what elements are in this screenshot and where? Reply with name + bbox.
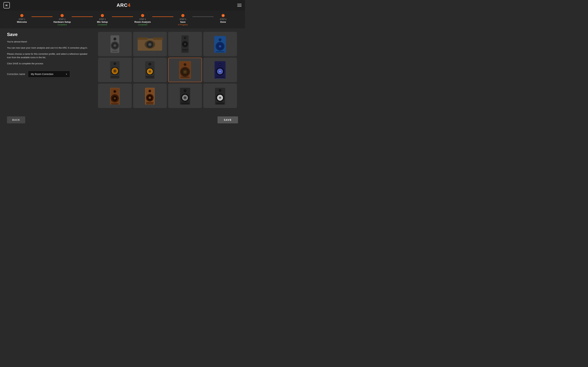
- step-4-number: STEP 4: [139, 18, 146, 20]
- svg-point-1: [113, 37, 116, 40]
- logo-text: IK: [6, 4, 8, 7]
- svg-rect-65: [216, 78, 224, 78]
- step-5-dot: [181, 14, 184, 17]
- step-4-dot: [141, 14, 144, 17]
- chevron-down-icon: ▾: [66, 73, 67, 75]
- step-2-info: STEP 2 Hardware Setup Completed: [52, 18, 72, 26]
- svg-point-59: [219, 64, 221, 65]
- connector-3-4: [112, 17, 133, 17]
- step-1: STEP 1 Welcome: [12, 14, 32, 24]
- step-3-info: STEP 3 Mic Setup Completed: [93, 18, 112, 26]
- save-para2: You can now save your room analysis and …: [7, 46, 91, 50]
- svg-rect-21: [182, 49, 188, 50]
- svg-point-69: [114, 91, 116, 92]
- svg-rect-46: [146, 76, 154, 77]
- step-6: STEP 6 Done: [214, 14, 233, 24]
- step-4: STEP 4 Room Analysis Completed: [133, 14, 152, 26]
- step-2-status: Completed: [57, 24, 67, 26]
- step-1-label: Welcome: [17, 21, 27, 23]
- speaker-card-9[interactable]: [98, 83, 132, 108]
- step-2-number: STEP 2: [59, 18, 65, 20]
- svg-rect-92: [181, 103, 189, 103]
- save-button[interactable]: SAVE: [217, 117, 238, 123]
- main-content: Save You're almost there! You can now sa…: [0, 28, 245, 111]
- svg-rect-74: [111, 103, 119, 104]
- correction-row: Correction name My Room Correction ▾: [7, 71, 91, 77]
- svg-point-87: [184, 90, 186, 92]
- step-3-dot: [101, 14, 104, 17]
- save-para3: Please choose a name for this correction…: [7, 52, 91, 60]
- speaker-card-11[interactable]: [168, 83, 202, 108]
- svg-rect-101: [216, 103, 224, 103]
- correction-label: Correction name: [7, 73, 25, 75]
- speaker-card-12[interactable]: [203, 83, 237, 108]
- step-2: STEP 2 Hardware Setup Completed: [52, 14, 72, 26]
- step-2-dot: [61, 14, 64, 17]
- step-6-info: STEP 6 Done: [214, 18, 233, 24]
- svg-rect-93: [181, 104, 189, 104]
- svg-rect-22: [182, 51, 188, 51]
- step-5-info: STEP 5 Save In Progress: [173, 18, 192, 26]
- svg-point-32: [114, 63, 115, 64]
- step-6-dot: [222, 14, 225, 17]
- step-6-number: STEP 6: [220, 18, 226, 20]
- speaker-card-8[interactable]: [203, 58, 237, 82]
- speaker-card-6[interactable]: [133, 58, 167, 82]
- svg-point-100: [219, 97, 221, 98]
- step-3-label: Mic Setup: [97, 21, 108, 23]
- connector-4-5: [152, 17, 173, 17]
- svg-point-24: [219, 38, 222, 41]
- speaker-card-1[interactable]: [98, 32, 132, 56]
- step-5-status: In Progress: [178, 24, 188, 26]
- svg-point-63: [219, 71, 221, 72]
- step-5-number: STEP 5: [180, 18, 186, 20]
- step-4-status: Completed: [138, 24, 147, 26]
- step-4-info: STEP 4 Room Analysis Completed: [133, 18, 152, 26]
- step-4-label: Room Analysis: [134, 21, 151, 23]
- svg-rect-29: [216, 51, 225, 52]
- speaker-card-5[interactable]: [98, 58, 132, 82]
- connector-1-2: [32, 17, 52, 17]
- svg-rect-12: [137, 37, 148, 40]
- svg-rect-83: [146, 102, 154, 103]
- speaker-card-7[interactable]: [168, 58, 202, 82]
- svg-point-28: [219, 46, 221, 47]
- correction-name-select[interactable]: My Room Correction ▾: [28, 71, 70, 77]
- speaker-card-2[interactable]: [133, 32, 167, 56]
- svg-point-91: [184, 97, 186, 98]
- correction-value: My Room Correction: [31, 73, 53, 75]
- step-6-label: Done: [220, 21, 226, 23]
- progress-bar: STEP 1 Welcome STEP 2 Hardware Setup Com…: [0, 10, 245, 28]
- svg-point-82: [149, 97, 150, 98]
- app-title-num: 4: [128, 2, 131, 8]
- step-3-number: STEP 3: [99, 18, 106, 20]
- back-button[interactable]: BACK: [7, 117, 25, 123]
- header: IK ARC4: [0, 0, 245, 10]
- menu-button[interactable]: [237, 4, 242, 7]
- svg-point-51: [184, 64, 186, 65]
- svg-point-5: [114, 45, 115, 46]
- speaker-card-3[interactable]: [168, 32, 202, 56]
- svg-point-36: [114, 70, 116, 72]
- svg-rect-64: [216, 77, 224, 77]
- svg-rect-6: [112, 51, 118, 52]
- svg-point-73: [114, 98, 115, 99]
- app-title-arc: ARC: [117, 2, 128, 8]
- speaker-card-4[interactable]: [203, 32, 237, 56]
- connector-5-6: [192, 17, 214, 17]
- step-2-label: Hardware Setup: [53, 21, 71, 23]
- step-3-status: Completed: [98, 24, 107, 26]
- svg-rect-13: [153, 37, 163, 40]
- step-5-label: Save: [180, 21, 185, 23]
- svg-point-78: [149, 90, 150, 92]
- speaker-card-10[interactable]: [133, 83, 167, 108]
- save-para1: You're almost there!: [7, 40, 91, 44]
- step-3: STEP 3 Mic Setup Completed: [93, 14, 112, 26]
- step-1-number: STEP 1: [18, 18, 25, 20]
- logo-icon: IK: [3, 2, 10, 8]
- svg-point-45: [149, 71, 151, 72]
- svg-rect-37: [111, 76, 119, 77]
- save-title: Save: [7, 32, 91, 37]
- step-5: STEP 5 Save In Progress: [173, 14, 192, 26]
- svg-rect-84: [146, 103, 154, 104]
